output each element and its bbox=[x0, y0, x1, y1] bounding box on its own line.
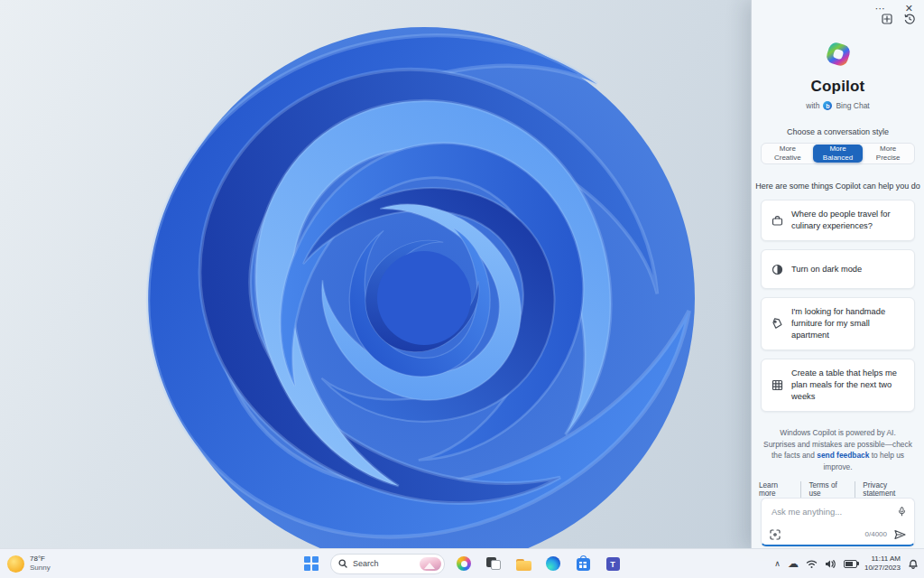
microphone-icon[interactable] bbox=[898, 506, 906, 517]
taskbar: 78°F Sunny Search bbox=[0, 548, 924, 578]
sun-icon bbox=[7, 555, 24, 573]
bing-logo-icon: b bbox=[823, 101, 832, 110]
table-grid-icon bbox=[771, 379, 783, 391]
suggestion-text: Turn on dark mode bbox=[791, 264, 862, 275]
volume-icon[interactable] bbox=[825, 559, 836, 569]
weather-widget[interactable]: 78°F Sunny bbox=[7, 549, 51, 578]
style-more-creative-button[interactable]: MoreCreative bbox=[762, 144, 813, 163]
desktop-wallpaper bbox=[0, 0, 751, 549]
send-feedback-link[interactable]: send feedback bbox=[817, 451, 869, 460]
network-icon[interactable] bbox=[806, 559, 818, 569]
briefcase-icon bbox=[771, 215, 783, 227]
system-tray: ∧ ☁ 11:11 AM 10/27/2023 bbox=[774, 549, 919, 578]
folder-icon bbox=[516, 559, 531, 571]
task-view-button[interactable] bbox=[483, 553, 504, 574]
taskbar-copilot-button[interactable] bbox=[453, 553, 475, 574]
close-icon[interactable]: ✕ bbox=[905, 4, 913, 14]
copilot-logo bbox=[752, 39, 924, 70]
style-more-balanced-button[interactable]: MoreBalanced bbox=[813, 144, 864, 163]
suggestion-card[interactable]: Create a table that helps me plan meals … bbox=[761, 359, 915, 412]
search-box[interactable]: Search bbox=[330, 554, 445, 574]
suggestion-text: Create a table that helps me plan meals … bbox=[791, 368, 905, 403]
conversation-style-label: Choose a conversation style bbox=[752, 127, 924, 136]
store-icon bbox=[577, 558, 590, 571]
search-label: Search bbox=[353, 559, 414, 568]
copilot-panel: ⋯ ✕ bbox=[751, 0, 924, 549]
start-button[interactable] bbox=[300, 553, 322, 574]
search-icon bbox=[338, 559, 347, 568]
suggestion-list: Where do people travel for culinary expe… bbox=[761, 200, 915, 412]
footer-links: Learn more Terms of use Privacy statemen… bbox=[752, 481, 924, 498]
tray-date: 10/27/2023 bbox=[864, 564, 901, 573]
search-highlight-image bbox=[420, 557, 441, 571]
battery-icon[interactable] bbox=[844, 560, 857, 568]
style-more-precise-button[interactable]: MorePrecise bbox=[863, 144, 913, 163]
notification-bell-icon[interactable] bbox=[908, 558, 919, 570]
weather-condition: Sunny bbox=[30, 564, 51, 573]
suggestion-card[interactable]: Turn on dark mode bbox=[761, 249, 915, 289]
teams-icon: T bbox=[606, 557, 620, 571]
copilot-title: Copilot bbox=[752, 78, 924, 96]
history-icon[interactable] bbox=[904, 14, 915, 24]
char-counter: 0/4000 bbox=[865, 530, 887, 538]
dark-mode-icon bbox=[771, 264, 783, 275]
bloom-flower-graphic bbox=[0, 0, 751, 549]
onedrive-cloud-icon[interactable]: ☁ bbox=[788, 558, 799, 569]
clock[interactable]: 11:11 AM 10/27/2023 bbox=[864, 555, 901, 573]
edge-button[interactable] bbox=[542, 553, 564, 574]
panel-titlebar: ⋯ ✕ bbox=[752, 0, 924, 14]
terms-of-use-link[interactable]: Terms of use bbox=[800, 481, 855, 498]
add-screenshot-icon[interactable] bbox=[770, 529, 781, 540]
copilot-subtitle: with b Bing Chat bbox=[752, 101, 924, 110]
file-explorer-button[interactable] bbox=[513, 553, 534, 574]
ai-disclaimer: Windows Copilot is powered by AI. Surpri… bbox=[763, 427, 912, 472]
weather-temp: 78°F bbox=[30, 555, 51, 564]
suggestion-text: Where do people travel for culinary expe… bbox=[791, 209, 905, 232]
more-options-icon[interactable]: ⋯ bbox=[875, 4, 885, 14]
conversation-style-selector: MoreCreative MoreBalanced MorePrecise bbox=[761, 143, 915, 164]
tag-icon bbox=[771, 318, 783, 330]
suggestions-heading: Here are some things Copilot can help yo… bbox=[752, 182, 924, 191]
send-icon[interactable] bbox=[894, 529, 906, 540]
chat-input-box[interactable]: 0/4000 bbox=[761, 498, 915, 546]
microsoft-store-button[interactable] bbox=[572, 553, 594, 574]
hidden-icons-chevron[interactable]: ∧ bbox=[774, 560, 781, 568]
screen: ⋯ ✕ bbox=[0, 0, 924, 578]
subtitle-brand: Bing Chat bbox=[836, 101, 869, 110]
windows-logo-icon bbox=[304, 556, 319, 571]
tray-time: 11:11 AM bbox=[864, 555, 901, 564]
suggestion-text: I'm looking for handmade furniture for m… bbox=[791, 306, 905, 341]
suggestion-card[interactable]: I'm looking for handmade furniture for m… bbox=[761, 297, 915, 350]
privacy-statement-link[interactable]: Privacy statement bbox=[855, 481, 924, 498]
panel-toolbar bbox=[752, 14, 924, 24]
ask-me-anything-input[interactable] bbox=[770, 506, 892, 517]
suggestion-card[interactable]: Where do people travel for culinary expe… bbox=[761, 200, 915, 241]
learn-more-link[interactable]: Learn more bbox=[752, 481, 800, 498]
teams-button[interactable]: T bbox=[602, 553, 624, 574]
edge-icon bbox=[546, 556, 560, 571]
task-view-icon bbox=[486, 556, 501, 571]
subtitle-with: with bbox=[806, 101, 819, 110]
taskbar-center: Search T bbox=[300, 553, 624, 574]
copilot-icon bbox=[457, 556, 471, 571]
notebook-icon[interactable] bbox=[882, 14, 892, 24]
